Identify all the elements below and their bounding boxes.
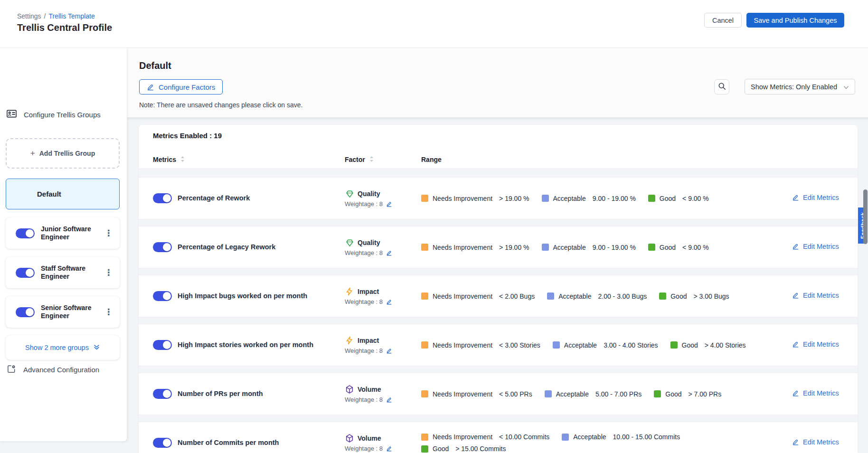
metric-enabled-toggle[interactable]: [153, 193, 172, 203]
range-label: Acceptable: [553, 244, 586, 251]
sidebar-section-header: Configure Trellis Groups: [6, 109, 101, 121]
metric-enabled-toggle[interactable]: [153, 242, 172, 252]
actions-cell: Edit Metrics: [792, 438, 858, 448]
range-label: Needs Improvement: [433, 433, 492, 441]
range-item: Acceptable 9.00 - 19.00 %: [542, 195, 636, 202]
range-item: Good < 9.00 %: [648, 195, 709, 202]
trellis-group-card[interactable]: Senior Software Engineer ⋮: [6, 296, 120, 328]
breadcrumb-settings[interactable]: Settings: [17, 12, 41, 20]
actions-cell: Edit Metrics: [792, 292, 858, 301]
edit-metrics-link[interactable]: Edit Metrics: [792, 292, 839, 299]
range-color-swatch: [421, 445, 428, 453]
edit-metrics-label: Edit Metrics: [803, 340, 839, 348]
range-item: Good > 3.00 Bugs: [659, 293, 729, 300]
show-metrics-dropdown[interactable]: Show Metrics: Only Enabled: [745, 79, 855, 94]
metric-cell: Number of PRs per month: [153, 389, 345, 399]
metric-cell: Number of Commits per month: [153, 438, 345, 448]
edit-metrics-link[interactable]: Edit Metrics: [792, 438, 839, 446]
breadcrumb-trellis-template[interactable]: Trellis Template: [48, 12, 94, 20]
metric-name: Percentage of Rework: [178, 194, 250, 202]
cancel-button[interactable]: Cancel: [704, 13, 742, 28]
edit-weightage-icon[interactable]: [386, 445, 392, 452]
chevron-down-icon: [843, 83, 849, 91]
trellis-group-card[interactable]: Staff Software Engineer ⋮: [6, 257, 120, 288]
metric-cell: High Impact bugs worked on per month: [153, 291, 345, 301]
range-item: Good > 15.00 Commits: [421, 445, 506, 453]
edit-weightage-icon[interactable]: [386, 250, 392, 256]
metric-name: High Impact bugs worked on per month: [178, 292, 307, 300]
edit-weightage-icon[interactable]: [386, 299, 392, 305]
edit-weightage-icon[interactable]: [386, 348, 392, 354]
edit-metrics-link[interactable]: Edit Metrics: [792, 194, 839, 201]
column-factor-label: Factor: [345, 156, 365, 163]
sort-carets-icon[interactable]: [369, 156, 374, 164]
factor-name: Volume: [358, 434, 381, 442]
range-value: 10.00 - 15.00 Commits: [613, 433, 680, 441]
metrics-content-area: Metrics Enabled : 19 Metrics Factor Rang…: [127, 117, 868, 453]
trellis-group-card[interactable]: Junior Software Engineer ⋮: [6, 217, 120, 249]
column-header-metrics[interactable]: Metrics: [153, 156, 345, 164]
range-label: Good: [433, 445, 449, 453]
range-color-swatch: [648, 244, 655, 251]
range-label: Acceptable: [556, 390, 589, 398]
edit-weightage-icon[interactable]: [386, 201, 392, 207]
metric-enabled-toggle[interactable]: [153, 389, 172, 399]
cube-icon: [345, 434, 354, 443]
pencil-underline-icon: [792, 194, 799, 201]
column-header-factor[interactable]: Factor: [345, 156, 421, 164]
add-trellis-group-button[interactable]: + Add Trellis Group: [6, 138, 120, 169]
factor-cell: Volume Weightage : 8: [345, 385, 421, 403]
sidebar-item-default[interactable]: Default: [6, 179, 120, 209]
metrics-table-card: Metrics Enabled : 19 Metrics Factor Rang…: [139, 125, 858, 453]
range-label: Needs Improvement: [433, 195, 492, 202]
range-item: Good > 7.00 PRs: [654, 390, 721, 398]
double-chevron-down-icon: [93, 344, 100, 352]
weightage-value: Weightage : 8: [345, 347, 383, 354]
group-enabled-toggle[interactable]: [16, 228, 35, 238]
range-label: Acceptable: [573, 433, 606, 441]
metric-enabled-toggle[interactable]: [153, 438, 172, 448]
metric-name: Percentage of Legacy Rework: [178, 243, 275, 251]
search-button[interactable]: [714, 79, 729, 94]
pencil-underline-icon: [792, 340, 799, 348]
metric-enabled-toggle[interactable]: [153, 291, 172, 301]
factor-name: Volume: [358, 386, 381, 393]
selected-group-title: Default: [139, 60, 171, 71]
vertical-scrollbar-thumb[interactable]: [863, 189, 868, 244]
edit-metrics-link[interactable]: Edit Metrics: [792, 243, 839, 250]
metric-cell: High Impact stories worked on per month: [153, 340, 345, 350]
range-item: Needs Improvement < 3.00 Stories: [421, 341, 540, 349]
sort-carets-icon[interactable]: [180, 156, 185, 164]
show-more-groups-button[interactable]: Show 2 more groups: [6, 335, 120, 360]
metric-name: Number of Commits per month: [178, 439, 279, 447]
save-publish-button[interactable]: Save and Publish Changes: [746, 13, 844, 28]
metric-name: High Impact stories worked on per month: [178, 341, 313, 349]
sidebar-section-title: Configure Trellis Groups: [24, 111, 101, 119]
configure-factors-button[interactable]: Configure Factors: [139, 79, 223, 94]
metric-cell: Percentage of Legacy Rework: [153, 242, 345, 252]
advanced-configuration-link[interactable]: Advanced Configuration: [7, 364, 99, 375]
kebab-menu-icon[interactable]: ⋮: [104, 229, 113, 237]
range-color-swatch: [562, 434, 569, 441]
group-enabled-toggle[interactable]: [16, 268, 35, 278]
edit-metrics-link[interactable]: Edit Metrics: [792, 340, 839, 348]
breadcrumb-separator: /: [44, 12, 46, 20]
weightage-value: Weightage : 8: [345, 396, 383, 403]
group-enabled-toggle[interactable]: [16, 307, 35, 317]
default-group-label: Default: [37, 190, 61, 198]
range-label: Good: [682, 341, 698, 349]
factor-cell: Volume Weightage : 8: [345, 434, 421, 452]
edit-weightage-icon[interactable]: [386, 396, 392, 403]
range-cell: Needs Improvement > 19.00 % Acceptable 9…: [421, 195, 792, 202]
range-color-swatch: [670, 341, 678, 349]
range-item: Needs Improvement > 19.00 %: [421, 244, 529, 251]
advanced-configuration-label: Advanced Configuration: [23, 366, 99, 374]
edit-metrics-label: Edit Metrics: [803, 243, 839, 250]
kebab-menu-icon[interactable]: ⋮: [104, 308, 113, 316]
range-item: Needs Improvement < 10.00 Commits: [421, 433, 549, 441]
metric-row: Percentage of Rework Quality Weightage :…: [139, 177, 858, 219]
metric-enabled-toggle[interactable]: [153, 340, 172, 350]
edit-metrics-link[interactable]: Edit Metrics: [792, 389, 839, 397]
range-item: Needs Improvement < 5.00 PRs: [421, 390, 532, 398]
kebab-menu-icon[interactable]: ⋮: [104, 268, 113, 277]
